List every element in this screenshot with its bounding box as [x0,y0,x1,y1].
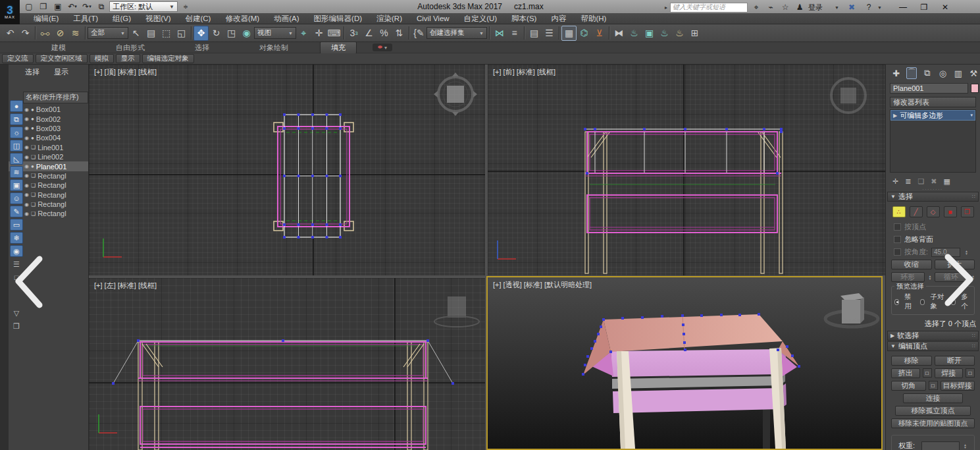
extrude-settings-icon[interactable]: □ [923,368,932,378]
ignore-backfacing-checkbox[interactable] [894,236,901,243]
preview-multiple-radio[interactable] [951,299,956,305]
viewport-perspective[interactable]: [+] [透视] [标准] [默认明暗处理] [486,276,883,450]
display-spacewarps-icon[interactable]: ≋ [10,166,23,178]
rollout-selection-header[interactable]: ▼ 选择 ∷ [887,192,979,202]
display-shapes-icon[interactable]: ⧉ [10,113,23,125]
explorer-list-mode-icon[interactable]: ☰ [10,258,23,270]
help-icon[interactable]: ? [863,3,875,12]
object-label[interactable]: Line001 [38,144,63,152]
explorer-menu-display[interactable]: 显示 [54,67,68,77]
modifier-list-dropdown[interactable]: 修改器列表 [890,97,976,107]
menu-help[interactable]: 帮助(H) [573,13,613,24]
menu-modifiers[interactable]: 修改器(M) [218,13,267,24]
project-folder-icon[interactable]: ⧉ [95,1,108,13]
exchange-icon[interactable]: ✖ [848,3,855,12]
bind-to-space-warp-icon[interactable]: ≋ [68,26,83,41]
eye-icon[interactable]: ◉ [24,173,29,179]
remove-unused-map-verts-button[interactable]: 移除未使用的贴图顶点 [891,418,975,428]
loop-button[interactable]: 循环 [935,272,968,282]
ribbon-tab-object-paint[interactable]: 对象绘制 [234,43,313,53]
close-button[interactable]: ✕ [936,1,954,13]
weld-settings-icon[interactable]: □ [966,368,975,378]
object-color-swatch[interactable] [971,84,979,93]
loop-spinner-icon[interactable]: ▲▼ [971,272,975,282]
display-cameras-icon[interactable]: ◫ [10,140,23,152]
rendered-frame-window-icon[interactable]: ▣ [642,26,657,41]
help-caret-icon[interactable]: ▼ [877,5,882,10]
eye-icon[interactable]: ◉ [24,116,29,122]
use-pivot-point-icon[interactable]: ⌖ [296,26,311,41]
object-label[interactable]: Plane001 [36,163,67,171]
display-groups-icon[interactable]: ☺ [10,192,23,204]
menu-content[interactable]: 内容 [544,13,573,24]
named-selection-sets-dropdown[interactable]: 创建选择集 ▼ [426,27,487,39]
viewport-top[interactable]: [+] [顶] [标准] [线框] [89,65,485,275]
viewport-front[interactable]: [+] [前] [标准] [线框] [488,65,885,275]
search-expand-icon[interactable]: ▸ [665,5,667,11]
object-label[interactable]: Line002 [38,153,63,161]
ribbon-tab-selection[interactable]: 选择 [170,43,234,53]
menu-create[interactable]: 创建(C) [178,13,218,24]
ribbon-tab-modeling[interactable]: 建模 [26,43,91,53]
eye-icon[interactable]: ◉ [24,125,29,131]
create-tab-icon[interactable]: ✚ [891,67,901,79]
shrink-button[interactable]: 收缩 [891,260,932,269]
weight-field[interactable] [921,441,960,450]
select-and-scale-icon[interactable]: ◳ [224,26,239,41]
chamfer-settings-icon[interactable]: □ [929,381,938,390]
display-hidden-eye-icon[interactable]: ◉ [10,245,23,257]
viewport-left[interactable]: [+] [左] [标准] [线框] [89,278,485,450]
unlink-selection-icon[interactable]: ⊘ [53,26,68,41]
by-vertex-checkbox[interactable] [894,223,901,231]
ribbon-tab-populate[interactable]: 填充 [320,42,357,54]
weight-spinner-icon[interactable]: ▲▼ [964,443,967,449]
modifier-stack-item[interactable]: ▶ 可编辑多边形 ▾ [890,110,975,121]
viewport-left-label[interactable]: [+] [左] [标准] [线框] [94,281,157,291]
object-label[interactable]: Rectangl [38,191,66,199]
show-end-result-icon[interactable]: ≣ [905,177,911,186]
menu-views[interactable]: 视图(V) [138,13,178,24]
menu-animation[interactable]: 动画(A) [267,13,306,24]
display-bones-icon[interactable]: ✎ [10,206,23,217]
workspace-dropdown[interactable]: 工作区: 默认 ▼ [109,1,178,12]
align-icon[interactable]: ≡ [507,26,522,41]
preview-subobject-radio[interactable] [920,299,925,305]
ring-button[interactable]: 环形 [891,272,925,282]
percent-snap-icon[interactable]: % [376,26,392,41]
menu-group[interactable]: 组(G) [105,13,138,24]
by-angle-checkbox[interactable] [894,248,901,256]
select-and-link-icon[interactable]: ⧟ [38,26,53,41]
preview-disable-radio[interactable] [894,299,899,305]
object-label[interactable]: Rectangl [38,181,66,189]
display-xrefs-icon[interactable]: ▣ [10,179,23,191]
snap-toggle-3d-icon[interactable]: 33 [346,26,361,41]
eye-icon[interactable]: ◉ [24,107,29,113]
select-and-place-icon[interactable]: ◉ [239,26,254,41]
menu-rendering[interactable]: 渲染(R) [369,13,409,24]
polygon-subobject-button[interactable]: ■ [944,206,957,217]
border-subobject-button[interactable]: ◇ [927,206,940,217]
scene-explorer-icon[interactable]: ☰ [542,26,557,41]
select-and-rotate-icon[interactable]: ↻ [209,26,224,41]
explorer-menu-select[interactable]: 选择 [25,67,39,77]
curve-editor-icon[interactable]: ▦ [561,26,577,41]
eye-icon[interactable]: ◉ [24,202,29,208]
menu-edit[interactable]: 编辑(E) [26,13,66,24]
rectangular-selection-region-icon[interactable]: ⬚ [159,26,174,41]
modifier-stack[interactable]: ▶ 可编辑多边形 ▾ [890,109,976,173]
break-vertex-button[interactable]: 断开 [935,356,975,366]
container-icon[interactable]: ❒ [10,320,23,332]
select-and-move-icon[interactable]: ✥ [193,26,209,41]
filter-funnel-icon[interactable]: ▽ [10,307,23,319]
spinner-icon[interactable]: ▲▼ [965,250,968,255]
slate-material-editor-icon[interactable]: ⧓ [611,26,627,41]
reference-coordinate-dropdown[interactable]: 视图 ▼ [254,27,296,39]
display-helpers-icon[interactable]: ◺ [10,153,23,165]
explorer-sort-header[interactable]: 名称(按升序排序) [23,92,88,103]
display-geometry-icon[interactable]: ● [10,100,23,112]
favorites-star-icon[interactable]: ☆ [779,3,791,12]
menu-graph-editors[interactable]: 图形编辑器(D) [307,13,369,24]
display-containers-icon[interactable]: ▭ [10,219,23,231]
eye-icon[interactable]: ◉ [24,211,29,217]
connect-button[interactable]: 连接 [903,393,963,403]
